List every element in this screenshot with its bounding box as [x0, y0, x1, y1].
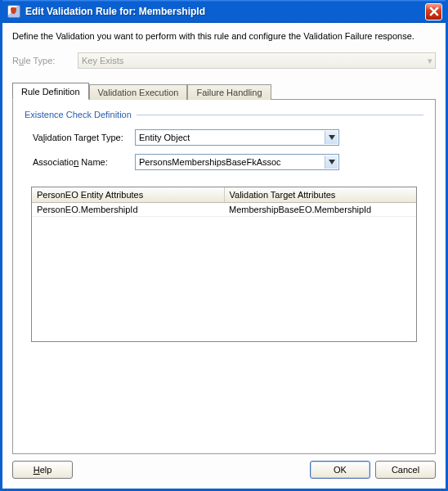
association-name-value: PersonsMembershipsBaseFkAssoc: [139, 157, 281, 167]
ok-button[interactable]: OK: [310, 461, 370, 479]
tab-panel-rule-definition: Existence Check Definition Validation Ta…: [12, 99, 436, 454]
validation-target-type-label: Validation Target Type:: [33, 133, 135, 142]
rule-type-row: Rule Type: Key Exists ▾: [12, 52, 436, 69]
titlebar: Edit Validation Rule for: MembershipId: [2, 0, 446, 23]
close-button[interactable]: [425, 3, 442, 20]
th-entity-attributes[interactable]: PersonEO Entity Attributes: [32, 187, 225, 202]
table-row[interactable]: PersonEO.MembershipId MembershipBaseEO.M…: [32, 203, 416, 217]
dialog-footer: Help OK Cancel: [12, 454, 436, 482]
window-title: Edit Validation Rule for: MembershipId: [25, 6, 425, 17]
th-target-attributes[interactable]: Validation Target Attributes: [225, 187, 417, 202]
validation-target-type-value: Entity Object: [139, 133, 190, 142]
attributes-table: PersonEO Entity Attributes Validation Ta…: [31, 187, 417, 342]
rule-type-value: Key Exists: [82, 56, 123, 65]
dialog-window: Edit Validation Rule for: MembershipId D…: [0, 0, 448, 491]
rule-type-select: Key Exists ▾: [78, 52, 436, 69]
tab-rule-definition[interactable]: Rule Definition: [12, 83, 89, 100]
tab-failure-handling[interactable]: Failure Handling: [187, 84, 271, 100]
td-entity-attr: PersonEO.MembershipId: [32, 203, 224, 216]
chevron-down-icon: ▾: [428, 56, 432, 66]
association-name-select[interactable]: PersonsMembershipsBaseFkAssoc: [135, 154, 339, 170]
intro-text: Define the Validation you want to perfor…: [12, 31, 436, 41]
group-title: Existence Check Definition: [25, 110, 423, 119]
java-icon: [7, 5, 20, 18]
association-name-label: Association Name:: [33, 157, 135, 167]
tab-validation-execution[interactable]: Validation Execution: [89, 84, 188, 100]
rule-type-label: Rule Type:: [12, 56, 78, 65]
chevron-down-icon: [325, 131, 338, 144]
validation-target-type-select[interactable]: Entity Object: [135, 129, 339, 146]
close-icon: [429, 7, 439, 16]
tab-bar: Rule Definition Validation Execution Fai…: [12, 82, 436, 99]
table-header: PersonEO Entity Attributes Validation Ta…: [32, 187, 416, 203]
dialog-content: Define the Validation you want to perfor…: [2, 23, 446, 489]
association-name-row: Association Name: PersonsMembershipsBase…: [25, 154, 423, 170]
help-button[interactable]: Help: [12, 461, 73, 479]
cancel-button[interactable]: Cancel: [375, 461, 436, 479]
td-target-attr: MembershipBaseEO.MembershipId: [224, 203, 416, 216]
chevron-down-icon: [325, 155, 338, 169]
validation-target-type-row: Validation Target Type: Entity Object: [25, 129, 423, 146]
group-title-text: Existence Check Definition: [25, 110, 132, 119]
divider: [137, 115, 423, 115]
